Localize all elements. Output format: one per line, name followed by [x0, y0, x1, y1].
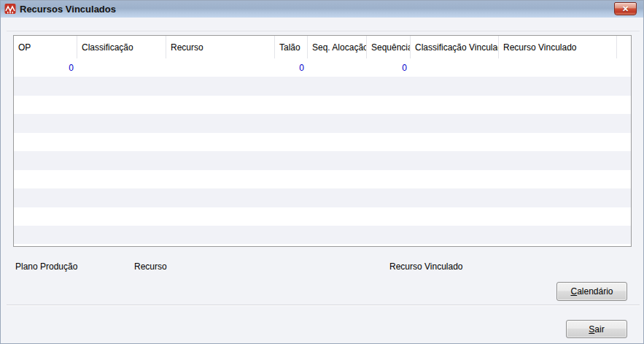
empty-row: [14, 96, 631, 114]
cell-recurso-vinculado: [499, 58, 617, 77]
column-header-op[interactable]: OP: [14, 36, 77, 58]
label-recurso: Recurso: [134, 261, 167, 272]
linked-resources-grid: OP Classificação Recurso Talão Seq. Aloc…: [13, 35, 632, 247]
empty-row: [14, 244, 631, 247]
column-header-classificacao-vinculada[interactable]: Classificação Vinculada: [411, 36, 499, 58]
empty-row: [14, 226, 631, 244]
column-header-sequencia[interactable]: Sequência: [367, 36, 411, 58]
empty-row: [14, 151, 631, 169]
data-row[interactable]: 0 0 0: [14, 58, 631, 77]
top-divider: [7, 31, 640, 31]
cell-recurso: [166, 58, 275, 77]
calendario-button[interactable]: Calendário: [556, 282, 627, 301]
close-icon: ✕: [622, 5, 629, 13]
close-button[interactable]: ✕: [614, 2, 637, 15]
column-header-recurso-vinculado[interactable]: Recurso Vinculado: [499, 36, 617, 58]
empty-row: [14, 170, 631, 188]
empty-row: [14, 207, 631, 226]
recursos-vinculados-dialog: Recursos Vinculados ✕ OP Classificação R…: [0, 0, 644, 344]
sair-label-rest: air: [594, 324, 604, 335]
window-title: Recursos Vinculados: [20, 1, 116, 18]
cell-classificacao-vinculada: [411, 58, 499, 77]
column-header-classificacao[interactable]: Classificação: [77, 36, 166, 58]
bottom-divider: [7, 305, 640, 306]
column-header-talao[interactable]: Talão: [275, 36, 308, 58]
column-header-filler: [617, 36, 631, 58]
app-logo-icon: [4, 3, 16, 15]
cell-sequencia-value: 0: [367, 58, 411, 77]
grid-body: 0 0 0: [14, 58, 631, 247]
cell-op-value: 0: [14, 58, 77, 77]
calendario-accel: C: [570, 286, 577, 297]
cell-seq-alocacao: [308, 58, 367, 77]
empty-row: [14, 77, 631, 95]
label-plano-producao: Plano Produção: [15, 261, 77, 272]
label-recurso-vinculado: Recurso Vinculado: [389, 261, 463, 272]
calendario-label-rest: alendário: [577, 286, 613, 297]
empty-row: [14, 114, 631, 132]
cell-classificacao: [77, 58, 166, 77]
titlebar: Recursos Vinculados ✕: [1, 1, 643, 18]
grid-header: OP Classificação Recurso Talão Seq. Aloc…: [14, 36, 631, 58]
cell-talao-value: 0: [275, 58, 308, 77]
column-header-recurso[interactable]: Recurso: [166, 36, 275, 58]
empty-row: [14, 188, 631, 207]
empty-row: [14, 133, 631, 151]
column-header-seq-alocacao[interactable]: Seq. Alocação: [308, 36, 367, 58]
sair-button[interactable]: Sair: [566, 320, 627, 338]
